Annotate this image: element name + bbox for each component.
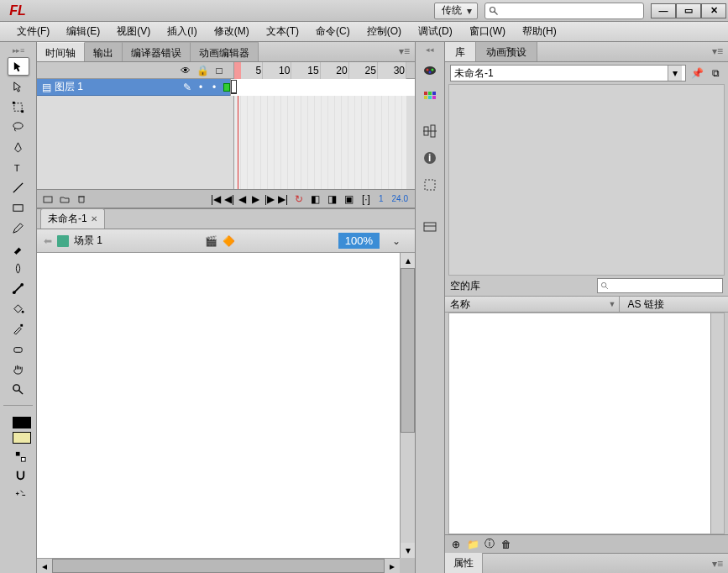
play-back-button[interactable]: ◀ [236,192,249,207]
layer-row[interactable]: ▤ 图层 1 ✎ • • [37,79,415,96]
library-vscrollbar[interactable] [710,313,724,534]
menu-file[interactable]: 文件(F) [8,22,58,41]
new-library-icon[interactable]: ⧉ [708,66,723,81]
stage-vscrollbar[interactable]: ▴▾ [400,253,415,558]
timeline-ruler[interactable]: 1 5 10 15 20 25 30 [233,62,406,79]
selection-tool[interactable] [8,57,29,76]
panel-handle-icon[interactable]: ▸▸ ≡ [0,45,36,55]
back-icon[interactable]: ⬅ [44,235,52,247]
document-tab[interactable]: 未命名-1 ✕ [40,208,105,229]
menu-insert[interactable]: 插入(I) [159,22,205,41]
layer-lock-dot[interactable]: • [210,81,218,93]
search-input[interactable] [484,3,644,19]
menu-edit[interactable]: 编辑(E) [58,22,108,41]
menu-debug[interactable]: 调试(D) [410,22,461,41]
delete-layer-button[interactable] [74,192,89,207]
play-button[interactable]: ▶ [249,192,263,207]
edit-multiple-button[interactable]: ▣ [342,192,357,207]
library-columns[interactable]: 名称 ▼ AS 链接 [445,296,728,313]
menu-modify[interactable]: 修改(M) [206,22,258,41]
dock-handle-icon[interactable]: ◂◂ [426,45,434,55]
properties-menu-icon[interactable]: ▾≡ [707,555,728,573]
tool-options[interactable] [9,484,31,502]
menu-commands[interactable]: 命令(C) [307,22,359,41]
lock-column-icon[interactable]: 🔒 [196,65,208,76]
layer-outline-box[interactable] [223,83,230,92]
properties-button[interactable]: ⓘ [482,537,497,552]
menu-help[interactable]: 帮助(H) [514,22,565,41]
goto-first-button[interactable]: |◀ [209,192,223,207]
zoom-dropdown-icon[interactable]: ⌄ [385,235,408,247]
maximize-button[interactable]: ▭ [676,3,701,18]
zoom-tool[interactable] [8,380,29,398]
tab-timeline[interactable]: 时间轴 [37,42,85,61]
new-folder-button[interactable] [57,192,72,207]
hand-tool[interactable] [8,360,29,378]
menu-window[interactable]: 窗口(W) [461,22,514,41]
subselection-tool[interactable] [8,77,29,96]
layer-frames[interactable] [230,79,415,96]
layer-visible-dot[interactable]: • [196,81,205,93]
pen-tool[interactable] [8,138,29,156]
deco-tool[interactable] [8,259,29,277]
outline-column-icon[interactable]: □ [213,65,225,76]
new-symbol-button[interactable]: ⊕ [448,537,464,552]
step-forward-button[interactable]: |▶ [263,192,276,207]
snap-tool[interactable] [9,465,31,484]
close-tab-icon[interactable]: ✕ [91,214,97,223]
goto-last-button[interactable]: ▶| [276,192,290,207]
stage-canvas[interactable] [37,253,400,558]
library-list[interactable] [448,313,725,534]
rectangle-tool[interactable] [8,198,29,217]
paint-bucket-tool[interactable] [8,299,29,318]
info-panel-icon[interactable]: i [418,146,442,170]
stroke-color-swatch[interactable] [13,417,31,428]
lasso-tool[interactable] [8,118,29,136]
pin-library-icon[interactable]: 📌 [689,66,704,81]
fill-color-swatch[interactable] [13,432,31,444]
brush-tool[interactable] [8,239,29,257]
edit-scene-icon[interactable]: 🎬 [205,235,217,247]
panel-options-icon[interactable]: ▾≡ [394,42,415,61]
transform-panel-icon[interactable] [418,173,442,197]
tab-library[interactable]: 库 [445,42,476,61]
close-button[interactable]: ✕ [701,3,726,18]
text-tool[interactable]: T [8,158,29,176]
tab-motion-presets[interactable]: 动画预设 [476,42,537,61]
panel-menu-icon[interactable]: ▾≡ [707,42,728,61]
project-panel-icon[interactable] [418,215,442,239]
delete-item-button[interactable]: 🗑 [499,537,514,552]
eyedropper-tool[interactable] [8,319,29,338]
edit-symbol-icon[interactable]: 🔶 [223,235,235,247]
minimize-button[interactable]: — [651,3,676,18]
tab-motion-editor[interactable]: 动画编辑器 [191,42,259,61]
onion-skin-button[interactable]: ◧ [308,192,323,207]
menu-control[interactable]: 控制(O) [359,22,410,41]
menu-text[interactable]: 文本(T) [258,22,307,41]
zoom-value[interactable]: 100% [338,233,380,249]
line-tool[interactable] [8,178,29,197]
tab-compiler-errors[interactable]: 编译器错误 [123,42,191,61]
tab-output[interactable]: 输出 [85,42,123,61]
step-back-button[interactable]: ◀| [223,192,236,207]
library-search-input[interactable] [597,278,723,293]
eraser-tool[interactable] [8,339,29,358]
tab-properties[interactable]: 属性 [445,553,483,573]
marker-button[interactable]: [·] [359,192,374,207]
playhead[interactable] [234,62,241,79]
onion-outline-button[interactable]: ◨ [325,192,340,207]
new-layer-button[interactable] [40,192,55,207]
menu-view[interactable]: 视图(V) [108,22,159,41]
stage-hscrollbar[interactable]: ◂▸ [37,558,400,573]
free-transform-tool[interactable] [8,97,29,116]
align-panel-icon[interactable] [418,119,442,143]
swatches-panel-icon[interactable] [418,86,442,109]
keyframe[interactable] [231,80,237,94]
new-folder-lib-button[interactable]: 📁 [465,537,480,552]
workspace-dropdown[interactable]: 传统 [434,3,478,19]
library-col-name[interactable]: 名称 [450,297,609,312]
library-col-link[interactable]: AS 链接 [627,297,723,312]
bone-tool[interactable] [8,279,29,297]
loop-button[interactable]: ↻ [291,192,306,207]
pencil-tool[interactable] [8,218,29,237]
